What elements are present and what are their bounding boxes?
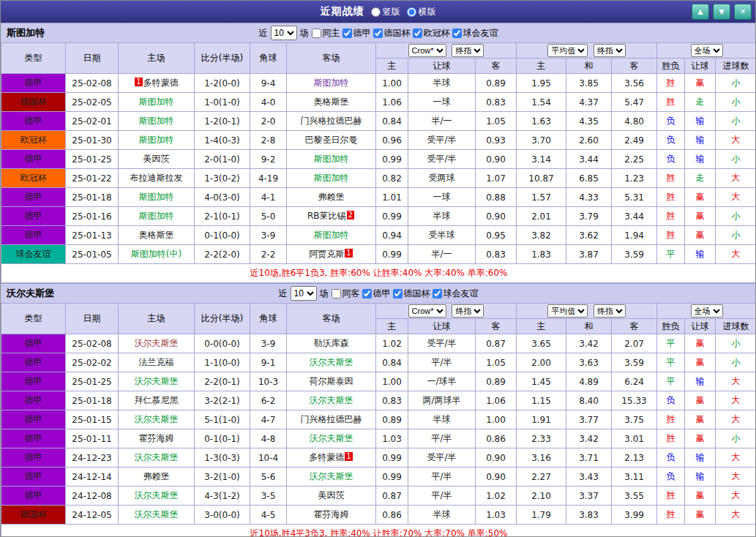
league-filter-checkbox[interactable] [433, 289, 442, 298]
team-link[interactable]: 美因茨 [318, 490, 345, 500]
filter-league-item[interactable]: 欧冠杯 [413, 27, 450, 40]
team-link[interactable]: 沃尔夫斯堡 [135, 376, 179, 386]
avg-odds-group: 平均值 终指 [517, 304, 657, 319]
team-link[interactable]: 勒沃库森 [314, 338, 349, 348]
filter-league-item[interactable]: 德国杯 [373, 27, 411, 40]
team-link[interactable]: 拜仁慕尼黑 [135, 395, 179, 405]
league-filter-checkbox[interactable] [343, 29, 352, 38]
team-link[interactable]: 沃尔夫斯堡 [310, 471, 353, 481]
team-link[interactable]: 斯图加特 [314, 78, 349, 88]
team-link[interactable]: 巴黎圣日尔曼 [305, 135, 358, 145]
layout-horizontal-radio[interactable]: 横版 [407, 6, 436, 18]
layout-vertical-radio[interactable]: 竖版 [371, 6, 400, 18]
team-link[interactable]: 沃尔夫斯堡 [310, 433, 353, 443]
handicap-result-cell: 走 [685, 93, 716, 112]
team-link[interactable]: 斯图加特 [314, 230, 349, 240]
odds-stage-select[interactable]: 终指 [452, 44, 484, 57]
horizontal-radio-input[interactable] [407, 7, 416, 17]
same-venue-filter[interactable]: 同客 [332, 288, 360, 300]
home-team-cell: 1多特蒙德 [119, 74, 195, 93]
team-link[interactable]: 沃尔夫斯堡 [135, 490, 179, 500]
avg-away-cell: 2.25 [612, 150, 657, 169]
avg-away-cell: 3.44 [612, 207, 657, 226]
team-link[interactable]: 沃尔夫斯堡 [135, 338, 179, 348]
filter-league-item[interactable]: 球会友谊 [452, 27, 498, 40]
team-link[interactable]: 斯图加特 [139, 116, 174, 126]
league-filter-checkbox[interactable] [393, 289, 403, 298]
team-link[interactable]: 多特蒙德 [143, 78, 179, 88]
result-cell: 负 [657, 112, 685, 131]
avg-stage-select[interactable]: 终指 [594, 44, 626, 57]
league-filter-checkbox[interactable] [362, 289, 372, 298]
same-venue-filter[interactable]: 同主 [312, 27, 340, 40]
team-link[interactable]: 斯图加特(中) [131, 249, 181, 259]
odds-home-cell: 1.00 [376, 372, 408, 391]
recent-games-select[interactable]: 10 [271, 26, 297, 40]
league-filter-checkbox[interactable] [452, 29, 462, 38]
avg-stage-select[interactable]: 终指 [594, 304, 626, 318]
filter-league-item[interactable]: 德甲 [362, 288, 391, 300]
team-link[interactable]: 奥格斯堡 [314, 97, 349, 107]
away-team-cell: 门兴格拉德巴赫 [287, 410, 376, 429]
league-type-cell: 德甲 [1, 391, 66, 410]
team-link[interactable]: 霍芬海姆 [139, 433, 174, 443]
team-link[interactable]: RB莱比锡 [307, 211, 346, 221]
corner-cell: 2-0 [250, 112, 287, 131]
away-team-cell: 斯图加特 [287, 169, 376, 188]
away-team-cell: 美因茨 [287, 487, 376, 506]
team-link[interactable]: 沃尔夫斯堡 [310, 357, 353, 367]
team-link[interactable]: 斯图加特 [314, 173, 349, 183]
team-link[interactable]: 门兴格拉德巴赫 [301, 414, 362, 424]
avg-draw-cell: 3.85 [566, 74, 612, 93]
odds-home-cell: 0.87 [376, 487, 408, 506]
team-link[interactable]: 沃尔夫斯堡 [135, 414, 179, 424]
team-link[interactable]: 沃尔夫斯堡 [135, 509, 179, 519]
match-scope-select[interactable]: 全场 [691, 304, 723, 318]
filter-league-item[interactable]: 德国杯 [393, 288, 430, 300]
team-link[interactable]: 沃尔夫斯堡 [135, 452, 179, 462]
team-link[interactable]: 门兴格拉德巴赫 [301, 116, 362, 126]
team-link[interactable]: 霍芬海姆 [314, 509, 349, 519]
same-venue-checkbox[interactable] [332, 289, 341, 298]
team-link[interactable]: 布拉迪斯拉发 [130, 173, 183, 183]
league-filter-checkbox[interactable] [373, 29, 383, 38]
odds-handicap-cell: 半球 [408, 410, 476, 429]
team-link[interactable]: 斯图加特 [139, 192, 174, 202]
team-link[interactable]: 弗赖堡 [143, 471, 170, 481]
team-link[interactable]: 多特蒙德 [309, 452, 344, 462]
match-row: 德甲25-01-25沃尔夫斯堡2-2(0-1)10-3荷尔斯泰因1.00一/球半… [1, 372, 756, 391]
away-team-cell: 勒沃库森 [287, 334, 376, 353]
avg-source-select[interactable]: 平均值 [547, 304, 588, 318]
odds-stage-select[interactable]: 终指 [452, 304, 484, 318]
odds-company-select[interactable]: Crow* [408, 44, 446, 57]
filter-league-item[interactable]: 德甲 [343, 27, 371, 40]
team-link[interactable]: 斯图加特 [139, 135, 174, 145]
team-link[interactable]: 美因茨 [143, 154, 170, 164]
team-link[interactable]: 弗赖堡 [318, 192, 345, 202]
match-scope-select[interactable]: 全场 [691, 44, 723, 57]
filter-league-item[interactable]: 球会友谊 [433, 288, 479, 300]
odds-company-select[interactable]: Crow* [408, 304, 446, 318]
team-link[interactable]: 斯图加特 [139, 211, 174, 221]
league-filter-checkbox[interactable] [413, 29, 422, 38]
team-link[interactable]: 斯图加特 [139, 97, 174, 107]
team-link[interactable]: 阿贾克斯 [309, 249, 344, 259]
score-cell: 1-3(0-3) [195, 448, 250, 467]
handicap-result-cell: 输 [685, 150, 716, 169]
team-link[interactable]: 沃尔夫斯堡 [310, 395, 353, 405]
avg-source-select[interactable]: 平均值 [547, 44, 588, 57]
score-cell: 2-2(0-1) [195, 372, 250, 391]
vertical-radio-input[interactable] [371, 7, 381, 17]
odds-home-cell: 0.89 [376, 410, 408, 429]
recent-games-select[interactable]: 10 [291, 286, 317, 301]
team-link[interactable]: 斯图加特 [314, 154, 349, 164]
team-link[interactable]: 荷尔斯泰因 [310, 376, 353, 386]
scroll-up-button[interactable]: ▲ [692, 4, 709, 20]
team-link[interactable]: 法兰克福 [139, 357, 174, 367]
scroll-down-button[interactable]: ▼ [713, 4, 730, 20]
close-button[interactable]: × [734, 4, 752, 20]
match-date-cell: 25-02-01 [66, 112, 119, 131]
goals-result-cell: 小 [716, 207, 756, 226]
team-link[interactable]: 奥格斯堡 [139, 230, 174, 240]
same-venue-checkbox[interactable] [312, 29, 321, 38]
